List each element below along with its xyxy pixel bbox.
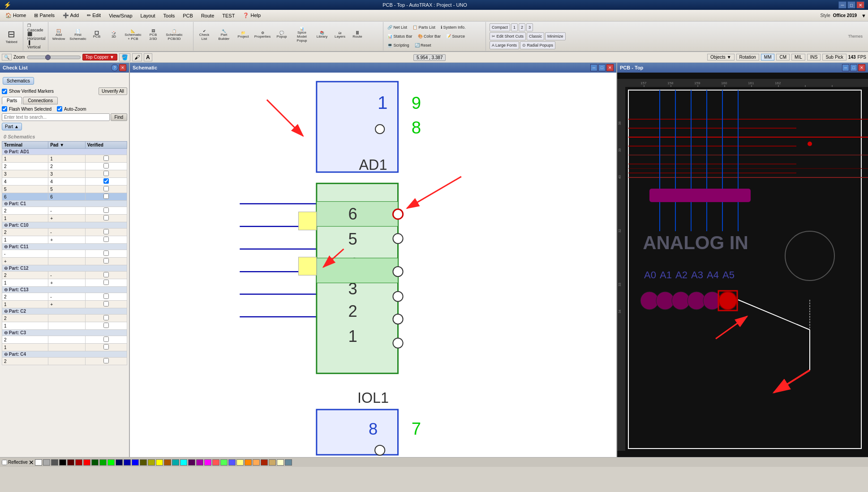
part-header-row[interactable]: ⊖ Part: C3 (2, 330, 127, 336)
mm-btn[interactable]: MM (761, 54, 775, 60)
num3-btn[interactable]: 3 (526, 23, 533, 31)
schem-minimize-btn[interactable]: ─ (590, 64, 597, 71)
pcb-minimize-btn[interactable]: ─ (842, 64, 849, 71)
table-row[interactable]: 1 1 (2, 155, 127, 163)
menu-edit[interactable]: ✏ Edit (83, 12, 104, 19)
x-mark[interactable]: ✕ (29, 459, 34, 466)
part-header-row[interactable]: ⊖ Part: AD1 (2, 149, 127, 155)
color-swatch-lyellow[interactable] (236, 459, 244, 466)
search-input[interactable] (2, 113, 110, 121)
schematics-btn[interactable]: Schematics (3, 77, 34, 85)
table-row[interactable]: 1 + (2, 236, 127, 244)
color-swatch-yellow[interactable] (156, 459, 163, 466)
color-swatch-pink[interactable] (204, 459, 211, 466)
color-swatch-lblue[interactable] (228, 459, 236, 466)
color-swatch-blue[interactable] (132, 459, 139, 466)
zoom-thumb[interactable] (45, 55, 51, 60)
cascade-btn[interactable]: ❐ Cascade (25, 24, 46, 32)
color-swatch-dblue[interactable] (116, 459, 123, 466)
table-row[interactable]: 1 + (2, 279, 127, 287)
part-header-row[interactable]: ⊖ Part: C4 (2, 351, 127, 358)
color-swatch-lcyan[interactable] (180, 459, 187, 466)
table-row[interactable]: 2 (2, 336, 127, 344)
part-builder-btn[interactable]: 🔧 Part Builder (214, 22, 234, 48)
color-swatch-orange[interactable] (245, 459, 252, 466)
brush-btn[interactable]: 🖌 (132, 53, 142, 61)
table-row[interactable]: + (2, 258, 127, 265)
table-row[interactable]: 4 4 (2, 178, 127, 186)
layer-selector[interactable]: Top Copper ▼ (82, 54, 117, 60)
color-swatch-tan[interactable] (269, 459, 276, 466)
project-btn[interactable]: 📁 Project (235, 22, 252, 48)
source-panel-btn[interactable]: 📝 Source (444, 32, 467, 40)
schematic-pcb-btn[interactable]: 📐 Schematic + PCB (123, 22, 143, 48)
3d-btn[interactable]: 🎲 3D (106, 22, 122, 48)
maximize-btn[interactable]: □ (847, 1, 855, 9)
color-swatch-lgreen[interactable] (220, 459, 228, 466)
table-row[interactable]: 1 (2, 344, 127, 351)
parts-list-panel-btn[interactable]: 📋 Parts List (410, 23, 438, 31)
popup-btn[interactable]: 💬 Popup (273, 22, 290, 48)
scripting-panel-btn[interactable]: 💻 Scripting (385, 41, 412, 49)
unverify-all-btn[interactable]: Unverify All (99, 87, 127, 95)
schematic-pcb3d-btn[interactable]: 📋 Schematic PCB/3D (163, 22, 185, 48)
library-btn[interactable]: 📚 Library (314, 22, 331, 48)
menu-pcb[interactable]: PCB (179, 12, 197, 19)
spice-model-btn[interactable]: 📊 Spice Model Popup (291, 22, 313, 48)
color-swatch-dred[interactable] (67, 459, 74, 466)
large-fonts-btn[interactable]: A Large Fonts (490, 41, 519, 49)
menu-add[interactable]: ➕ Add (59, 12, 82, 19)
table-row[interactable]: 2 (2, 315, 127, 322)
part-header-row[interactable]: ⊖ Part: C10 (2, 222, 127, 229)
objects-btn[interactable]: Objects ▼ (707, 54, 735, 60)
part-header-row[interactable]: ⊖ Part: C1 (2, 201, 127, 207)
menu-test[interactable]: TEST (219, 12, 238, 19)
color-swatch-dgreen[interactable] (91, 459, 99, 466)
check-list-btn[interactable]: ✔ Check List (195, 22, 213, 48)
menu-home[interactable]: 🏠 Home (2, 12, 30, 19)
table-row[interactable]: 2 - (2, 293, 127, 301)
compact-btn[interactable]: Compact (490, 23, 510, 31)
layers-btn[interactable]: 🗂 Layers (331, 22, 348, 48)
menu-tools[interactable]: Tools (160, 12, 179, 19)
color-swatch-mblue[interactable] (124, 459, 131, 466)
pcb-2d3d-btn[interactable]: 🖼 PCB 2/3D (144, 22, 162, 48)
pcb-btn[interactable]: 🔲 PCB (89, 22, 105, 48)
rotation-btn[interactable]: Rotation (736, 54, 759, 60)
menu-layout[interactable]: Layout (137, 12, 159, 19)
settings-btn[interactable]: ⚙ Settings (233, 49, 251, 51)
panel-help-btn[interactable]: ? (111, 64, 118, 71)
color-swatch-dgray[interactable] (51, 459, 58, 466)
zoom-track[interactable] (27, 56, 81, 59)
color-swatch-cyan[interactable] (172, 459, 179, 466)
color-swatch-mred[interactable] (75, 459, 82, 466)
menu-panels[interactable]: ⊞ Panels (30, 12, 58, 19)
color-swatch-dolive[interactable] (140, 459, 147, 466)
part-header-row[interactable]: ⊖ Part: C12 (2, 265, 127, 272)
drc-btn[interactable]: ✅ DRC (195, 49, 211, 51)
close-btn[interactable]: ✕ (856, 1, 864, 9)
color-bar-panel-btn[interactable]: 🎨 Color Bar (416, 32, 443, 40)
paint-bucket-btn[interactable]: 🪣 (119, 53, 130, 61)
color-swatch-lgray[interactable] (43, 459, 50, 466)
schem-close-btn[interactable]: ✕ (606, 64, 614, 71)
menu-viewsnap[interactable]: View/Snap (105, 12, 136, 19)
part-header-row[interactable]: ⊖ Part: C2 (2, 308, 127, 315)
minimize-btn[interactable]: ─ (838, 1, 847, 9)
reset-panel-btn[interactable]: 🔄 Reset (413, 41, 434, 49)
navigator-btn[interactable]: 🧭 Navigator (212, 49, 232, 51)
color-swatch-purple[interactable] (188, 459, 195, 466)
panel-close-btn[interactable]: ✕ (119, 64, 126, 71)
menu-route[interactable]: Route (198, 12, 218, 19)
tabbed-btn[interactable]: ⊟ Tabbed (1, 22, 22, 51)
color-swatch-cream[interactable] (277, 459, 284, 466)
table-row[interactable]: 2 - (2, 272, 127, 279)
status-bar-panel-btn[interactable]: 📊 Status Bar (385, 32, 415, 40)
edit-shortcuts-btn[interactable]: ✂ Edit Short Cuts (490, 32, 526, 40)
parts-bin-btn[interactable]: 🗃 Parts Bin (252, 49, 270, 51)
num2-btn[interactable]: 2 (519, 23, 525, 31)
style-dropdown[interactable]: ▼ (861, 13, 866, 18)
reflective-checkbox[interactable] (2, 460, 7, 465)
net-list-panel-btn[interactable]: 🔗 Net List (385, 23, 409, 31)
menu-help[interactable]: ❓ Help (239, 12, 264, 19)
